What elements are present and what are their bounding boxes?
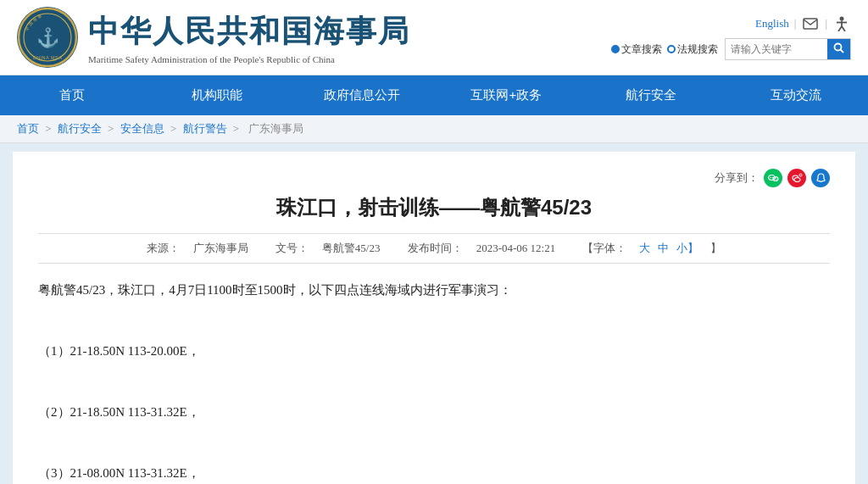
search-row: 文章搜索 法规搜索: [611, 38, 851, 60]
nav-internet-gov[interactable]: 互联网+政务: [434, 75, 579, 115]
share-qq-icon[interactable]: [811, 169, 830, 187]
accessibility-icon[interactable]: [832, 14, 851, 33]
svg-point-6: [840, 17, 844, 21]
nav-gov-info[interactable]: 政府信息公开: [289, 75, 434, 115]
share-wechat-icon[interactable]: [764, 169, 782, 187]
search-button[interactable]: [827, 39, 850, 59]
article-meta: 来源：广东海事局 文号：粤航警45/23 发布时间：2023-04-06 12:…: [38, 233, 830, 264]
main-wrapper: 分享到： 珠江口，射击训练——粤航警45/23 来源：广东海事局 文号：粤航警4…: [0, 143, 868, 484]
font-close-bracket: 】: [710, 242, 721, 254]
font-large[interactable]: 大: [639, 242, 650, 254]
breadcrumb-sep-2: >: [108, 122, 117, 135]
body-line-2: （1）21-18.50N 113-20.00E，: [38, 338, 830, 364]
logo-emblem: ⚓ CHINA MSA 中 国 海 事: [17, 7, 78, 68]
site-title-cn: 中华人民共和国海事局: [88, 11, 410, 53]
time-label: 发布时间：: [408, 242, 463, 254]
radio-article-dot: [611, 45, 620, 53]
svg-line-12: [841, 50, 844, 53]
search-input[interactable]: [726, 41, 827, 58]
breadcrumb-sep-3: >: [170, 122, 180, 135]
svg-point-11: [835, 44, 842, 51]
radio-law[interactable]: 法规搜索: [667, 42, 718, 57]
email-icon[interactable]: [801, 14, 820, 33]
nav-interaction[interactable]: 互动交流: [723, 75, 868, 115]
font-small[interactable]: 小】: [676, 242, 698, 254]
svg-line-9: [838, 26, 842, 31]
share-row: 分享到：: [38, 169, 830, 187]
body-line-0: 粤航警45/23，珠江口，4月7日1100时至1500时，以下四点连线海域内进行…: [38, 277, 830, 303]
body-line-5: [38, 430, 830, 455]
divider-2: |: [825, 17, 827, 31]
source-value: 广东海事局: [193, 242, 248, 254]
body-line-1: [38, 308, 830, 333]
nav-home[interactable]: 首页: [0, 75, 145, 115]
nav-institution[interactable]: 机构职能: [145, 75, 290, 115]
breadcrumb-home[interactable]: 首页: [17, 122, 39, 135]
breadcrumb-sep-1: >: [45, 122, 54, 135]
share-label: 分享到：: [715, 170, 759, 186]
site-header: ⚓ CHINA MSA 中 国 海 事 中华人民共和国海事局 Maritime …: [0, 0, 868, 75]
body-line-4: （2）21-18.50N 113-31.32E，: [38, 399, 830, 425]
breadcrumb: 首页 > 航行安全 > 安全信息 > 航行警告 > 广东海事局: [0, 115, 868, 143]
header-right-area: English | | 文章搜索 法规搜索: [611, 14, 851, 60]
search-options: 文章搜索 法规搜索: [611, 42, 718, 57]
body-line-3: [38, 369, 830, 394]
logo-svg: ⚓ CHINA MSA 中 国 海 事: [17, 7, 78, 68]
doc-label: 文号：: [275, 242, 309, 254]
svg-text:⚓: ⚓: [36, 26, 60, 49]
font-medium[interactable]: 中: [658, 242, 669, 254]
svg-point-17: [774, 178, 775, 179]
radio-law-label: 法规搜索: [677, 42, 718, 57]
breadcrumb-safety-info[interactable]: 安全信息: [120, 122, 164, 135]
breadcrumb-current: 广东海事局: [248, 122, 303, 135]
search-box: [725, 38, 851, 60]
breadcrumb-nav-warning[interactable]: 航行警告: [183, 122, 227, 135]
svg-point-18: [776, 178, 776, 179]
svg-rect-5: [804, 19, 817, 29]
time-value: 2023-04-06 12:21: [476, 242, 556, 254]
breadcrumb-safety[interactable]: 航行安全: [58, 122, 102, 135]
breadcrumb-sep-4: >: [233, 122, 242, 135]
svg-point-16: [773, 176, 778, 181]
svg-point-14: [770, 176, 771, 177]
radio-law-dot: [667, 45, 676, 53]
main-nav: 首页 机构职能 政府信息公开 互联网+政务 航行安全 互动交流: [0, 75, 868, 115]
logo-text-area: 中华人民共和国海事局 Maritime Safety Administratio…: [88, 11, 410, 64]
english-link[interactable]: English: [755, 17, 789, 31]
svg-point-19: [794, 177, 800, 181]
site-title-en: Maritime Safety Administration of the Pe…: [88, 54, 410, 64]
svg-text:CHINA MSA: CHINA MSA: [33, 55, 63, 60]
article-body: 粤航警45/23，珠江口，4月7日1100时至1500时，以下四点连线海域内进行…: [38, 277, 830, 484]
divider-1: |: [794, 17, 797, 31]
doc-value: 粤航警45/23: [322, 242, 381, 254]
body-line-6: （3）21-08.00N 113-31.32E，: [38, 460, 830, 484]
font-label: 【字体：: [582, 242, 626, 254]
logo-area: ⚓ CHINA MSA 中 国 海 事 中华人民共和国海事局 Maritime …: [17, 7, 410, 68]
svg-line-10: [842, 26, 845, 31]
content-box: 分享到： 珠江口，射击训练——粤航警45/23 来源：广东海事局 文号：粤航警4…: [13, 152, 855, 484]
share-weibo-icon[interactable]: [787, 169, 806, 187]
radio-article[interactable]: 文章搜索: [611, 42, 662, 57]
article-title: 珠江口，射击训练——粤航警45/23: [38, 194, 830, 221]
source-label: 来源：: [147, 242, 180, 254]
top-links: English | |: [755, 14, 851, 33]
svg-point-20: [799, 174, 802, 176]
radio-article-label: 文章搜索: [621, 42, 662, 57]
nav-nav-safety[interactable]: 航行安全: [579, 75, 724, 115]
